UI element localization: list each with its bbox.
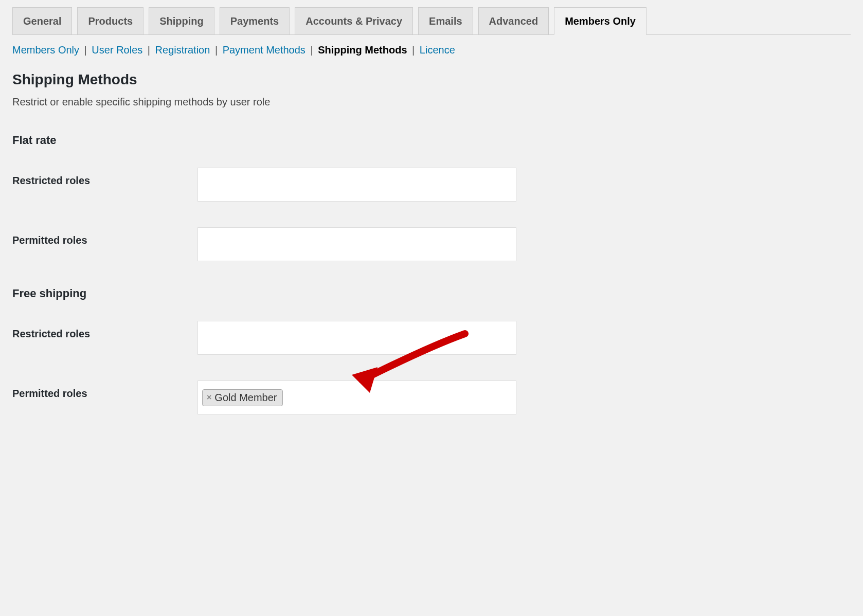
tab-general[interactable]: General: [12, 7, 72, 34]
subnav-payment-methods[interactable]: Payment Methods: [223, 44, 305, 56]
page-description: Restrict or enable specific shipping met…: [12, 96, 851, 108]
method-title-free-shipping: Free shipping: [12, 287, 851, 300]
flat-rate-permitted-row: Permitted roles: [12, 227, 851, 261]
tab-advanced[interactable]: Advanced: [478, 7, 549, 34]
subnav-licence[interactable]: Licence: [420, 44, 455, 56]
role-tag-label: Gold Member: [214, 392, 277, 404]
tab-products[interactable]: Products: [77, 7, 143, 34]
tab-payments[interactable]: Payments: [220, 7, 290, 34]
free-shipping-permitted-input[interactable]: × Gold Member: [197, 381, 516, 414]
primary-tabs: General Products Shipping Payments Accou…: [12, 0, 851, 35]
subnav-members-only[interactable]: Members Only: [12, 44, 79, 56]
flat-rate-restricted-label: Restricted roles: [12, 168, 197, 187]
separator: |: [412, 44, 415, 56]
remove-tag-icon[interactable]: ×: [207, 393, 211, 402]
flat-rate-restricted-input[interactable]: [197, 168, 516, 202]
flat-rate-restricted-row: Restricted roles: [12, 168, 851, 202]
tab-members-only[interactable]: Members Only: [554, 7, 646, 35]
separator: |: [84, 44, 87, 56]
free-shipping-permitted-label: Permitted roles: [12, 381, 197, 400]
flat-rate-permitted-input[interactable]: [197, 227, 516, 261]
page-title: Shipping Methods: [12, 71, 851, 88]
free-shipping-permitted-row: Permitted roles × Gold Member: [12, 381, 851, 414]
sub-navigation: Members Only | User Roles | Registration…: [12, 44, 851, 56]
subnav-registration[interactable]: Registration: [155, 44, 210, 56]
method-title-flat-rate: Flat rate: [12, 134, 851, 147]
separator: |: [310, 44, 313, 56]
free-shipping-restricted-label: Restricted roles: [12, 321, 197, 340]
separator: |: [148, 44, 150, 56]
tab-shipping[interactable]: Shipping: [149, 7, 214, 34]
free-shipping-restricted-input[interactable]: [197, 321, 516, 355]
flat-rate-permitted-label: Permitted roles: [12, 227, 197, 246]
subnav-user-roles[interactable]: User Roles: [92, 44, 142, 56]
subnav-shipping-methods[interactable]: Shipping Methods: [318, 44, 407, 56]
tab-emails[interactable]: Emails: [418, 7, 473, 34]
free-shipping-restricted-row: Restricted roles: [12, 321, 851, 355]
tab-accounts-privacy[interactable]: Accounts & Privacy: [295, 7, 413, 34]
role-tag-gold-member[interactable]: × Gold Member: [202, 389, 283, 406]
separator: |: [215, 44, 218, 56]
